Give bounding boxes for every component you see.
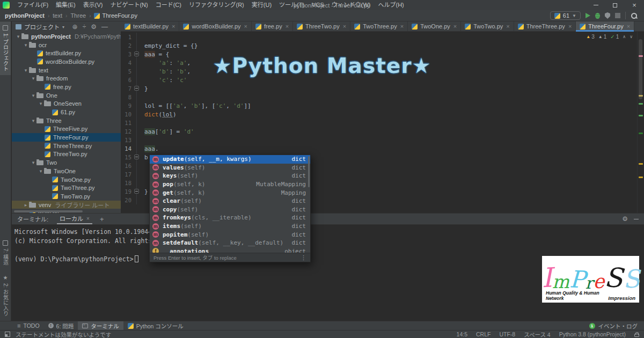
close-tab-icon[interactable]: ×: [568, 23, 572, 30]
tool-window-switcher-icon[interactable]: [5, 332, 10, 337]
completion-item[interactable]: mpopitem(self)dict: [150, 230, 310, 239]
close-tab-icon[interactable]: ×: [286, 23, 289, 30]
locate-file-icon[interactable]: ⊕: [72, 23, 78, 31]
editor-tab-TwoOne.py[interactable]: TwoOne.py×: [408, 21, 461, 31]
status-widget[interactable]: 14:5: [457, 331, 467, 337]
error-stripe-mark[interactable]: [639, 163, 643, 165]
tree-item[interactable]: ▾pythonProjectD:¥Pycharm¥pythonProject: [12, 32, 121, 41]
tree-item[interactable]: ▾Two: [12, 158, 121, 167]
chevron-down-icon[interactable]: ▾: [38, 168, 44, 174]
close-tab-icon[interactable]: ×: [172, 23, 175, 30]
prev-issue-icon[interactable]: ∧: [623, 34, 626, 39]
chevron-down-icon[interactable]: ▾: [30, 76, 36, 81]
hide-panel-icon[interactable]: —: [101, 23, 108, 31]
completion-item[interactable]: mget(self, k)Mapping: [150, 188, 310, 197]
menu-item[interactable]: ファイル(F): [13, 2, 52, 8]
chevron-down-icon[interactable]: ▾: [30, 118, 36, 123]
editor-tab-textBuilder.py[interactable]: textBuilder.py×: [121, 21, 179, 31]
tree-item[interactable]: ▾Three: [12, 116, 121, 125]
fold-marker-icon[interactable]: [134, 155, 139, 159]
fold-marker-icon[interactable]: [134, 86, 139, 91]
tree-item[interactable]: ▾OneSeven: [12, 100, 121, 108]
editor-tab-ThreeTwo.py[interactable]: ThreeTwo.py×: [293, 21, 350, 31]
tool-stripe-project[interactable]: 1: プロジェクト: [0, 21, 11, 75]
chevron-down-icon[interactable]: ▾: [38, 101, 44, 106]
menu-item[interactable]: リファクタリング(R): [185, 2, 248, 8]
tool-stripe-structure[interactable]: 7: 構造: [0, 237, 11, 269]
completion-item[interactable]: mfromkeys(cls, __iterable)dict: [150, 214, 310, 222]
maximize-button[interactable]: [605, 0, 625, 10]
tree-item[interactable]: wordBoxBuilder.py: [12, 57, 121, 66]
tree-item[interactable]: ThreeFour.py: [12, 133, 121, 142]
editor-tab-ThreeThree.py[interactable]: ThreeThree.py×: [514, 21, 576, 31]
new-terminal-icon[interactable]: +: [100, 215, 104, 223]
menu-item[interactable]: 編集(E): [52, 2, 79, 8]
tree-item[interactable]: textBuilder.py: [12, 49, 121, 57]
debug-button[interactable]: [595, 13, 600, 19]
error-stripe-mark[interactable]: [639, 95, 643, 97]
warning-count[interactable]: ▲3: [586, 34, 594, 40]
close-tab-icon[interactable]: ×: [627, 23, 630, 30]
terminal-tab-local[interactable]: ローカル ×: [57, 214, 92, 224]
breadcrumb-item[interactable]: ThreeFour.py: [94, 12, 137, 19]
error-stripe-mark[interactable]: [639, 103, 643, 105]
minimize-button[interactable]: [586, 0, 605, 10]
search-everywhere-icon[interactable]: [631, 12, 638, 19]
tool-stripe-favorites[interactable]: ★ 2: お気に入り: [0, 271, 11, 320]
lock-icon[interactable]: [634, 334, 639, 337]
close-button[interactable]: ×: [625, 0, 644, 10]
editor-tab-TwoThree.py[interactable]: TwoThree.py×: [350, 21, 408, 31]
editor-tab-wordBoxBuilder.py[interactable]: wordBoxBuilder.py×: [179, 21, 252, 31]
tree-item[interactable]: ThreeTwo.py: [12, 150, 121, 159]
tree-item[interactable]: ▾TwoOne: [12, 167, 121, 175]
toolwindow-button[interactable]: Python コンソール: [123, 321, 188, 330]
completion-item[interactable]: mpop(self, k)MutableMapping: [150, 180, 310, 189]
status-widget[interactable]: スペース 4: [524, 330, 551, 338]
chevron-down-icon[interactable]: ▾: [62, 25, 64, 30]
status-widget[interactable]: CRLF: [476, 331, 491, 337]
toolwindow-button[interactable]: ターミナル: [78, 321, 123, 330]
tree-item[interactable]: ▸venvライブラリー ルート: [12, 201, 121, 209]
error-stripe-mark[interactable]: [639, 55, 643, 57]
run-configuration-selector[interactable]: 61 ▼: [550, 11, 581, 20]
tree-item[interactable]: 61.py: [12, 108, 121, 116]
tree-item[interactable]: free.py: [12, 83, 121, 91]
close-tab-icon[interactable]: ×: [343, 23, 346, 30]
event-log-button[interactable]: 1 イベント・ログ: [589, 322, 644, 330]
status-widget[interactable]: Python 3.8 (pythonProject): [559, 331, 626, 337]
tree-item[interactable]: TwoOne.py: [12, 175, 121, 184]
collapse-all-icon[interactable]: ÷: [83, 23, 86, 31]
status-widget[interactable]: UTF-8: [499, 331, 515, 337]
tree-item[interactable]: ▾ocr: [12, 41, 121, 49]
next-issue-icon[interactable]: ∨: [630, 34, 633, 39]
close-tab-icon[interactable]: ×: [506, 23, 509, 30]
settings-gear-icon[interactable]: ⚙: [622, 215, 628, 223]
error-stripe-mark[interactable]: [639, 115, 643, 116]
editor-tab-free.py[interactable]: free.py×: [252, 21, 293, 31]
menu-item[interactable]: コード(C): [152, 2, 185, 8]
menu-item[interactable]: 表示(V): [79, 2, 107, 8]
chevron-down-icon[interactable]: ▾: [30, 160, 36, 165]
hide-panel-icon[interactable]: [634, 219, 639, 219]
chevron-down-icon[interactable]: ▾: [30, 93, 36, 98]
completion-item[interactable]: mvalues(self)dict: [150, 164, 310, 172]
close-tab-icon[interactable]: ×: [244, 23, 247, 30]
close-tab-icon[interactable]: ×: [86, 216, 90, 222]
coverage-button[interactable]: [605, 12, 610, 19]
tree-item[interactable]: TwoThree.py: [12, 183, 121, 192]
spelling-count[interactable]: ✓1: [610, 34, 619, 40]
tree-item[interactable]: ThreeFive.py: [12, 125, 121, 134]
fold-marker-icon[interactable]: [134, 189, 139, 194]
completion-item[interactable]: mclear(self)dict: [150, 197, 310, 205]
scrollbar-thumb[interactable]: [639, 39, 642, 99]
menu-item[interactable]: ヘルプ(H): [374, 2, 407, 8]
chevron-right-icon[interactable]: ▸: [23, 202, 29, 208]
fold-marker-icon[interactable]: [134, 52, 139, 56]
chevron-down-icon[interactable]: ▾: [15, 34, 21, 39]
completion-item[interactable]: f__annotations__object: [150, 247, 310, 253]
tree-item[interactable]: ▾One: [12, 91, 121, 100]
chevron-down-icon[interactable]: ▾: [23, 68, 29, 73]
completion-item[interactable]: mitems(self)dict: [150, 222, 310, 231]
stop-button[interactable]: [615, 13, 620, 18]
tree-item[interactable]: ▾text: [12, 66, 121, 75]
